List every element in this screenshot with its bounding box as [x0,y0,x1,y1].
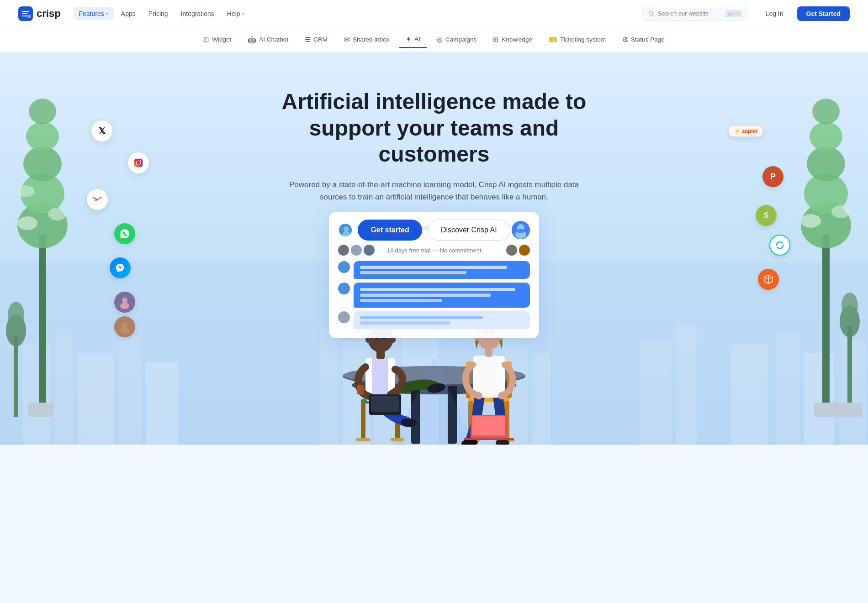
whatsapp-float-icon [114,223,135,244]
login-button[interactable]: Log In [757,6,792,21]
subnav-item-ai-chatbot[interactable]: 🤖 AI Chatbot [241,32,295,47]
gmail-icon: M [92,194,102,204]
svg-rect-68 [356,438,370,441]
get-started-button[interactable]: Get Started [797,6,850,21]
subnav-item-status-page[interactable]: ⚙ Status Page [616,32,671,47]
svg-point-29 [16,185,34,197]
logo[interactable]: crisp [18,6,61,21]
svg-point-44 [842,293,858,318]
chat-bubble-2 [338,283,530,308]
shopify-float-icon: S [756,205,777,226]
hero-section: Artificial intelligence made to support … [0,52,868,445]
subnav: ⊡ Widget 🤖 AI Chatbot ☰ CRM ✉ Shared Inb… [0,27,868,52]
magento-icon [763,274,773,284]
svg-point-51 [122,298,127,303]
svg-rect-15 [640,340,672,445]
logo-text: crisp [37,8,61,20]
x-twitter-float-icon: 𝕏 [91,121,112,142]
left-trees-svg [0,52,91,417]
svg-rect-45 [814,403,839,417]
svg-rect-21 [39,235,46,417]
svg-point-37 [807,147,845,181]
instagram-icon [133,158,143,168]
hero-content: Artificial intelligence made to support … [274,52,594,254]
nav-integrations[interactable]: Integrations [175,7,220,20]
subnav-item-ai[interactable]: ✦ AI [399,31,427,48]
svg-rect-16 [676,326,697,445]
ai-chatbot-icon: 🤖 [248,36,256,44]
nav-pricing[interactable]: Pricing [143,7,174,20]
svg-point-1 [27,15,31,18]
whatsapp-icon [119,228,130,239]
chat-bubble-3 [338,311,530,329]
svg-rect-7 [119,335,142,445]
chat-bubble-1 [338,261,530,279]
shared-inbox-icon: ✉ [344,36,350,44]
hero-free-trial-note: 14 days free trial — No commitment [274,247,594,254]
chevron-down-icon: ▾ [242,11,244,16]
magento-float-icon [758,269,779,290]
navbar: crisp Features ▾ Apps Pricing Integratio… [0,0,868,27]
svg-rect-34 [822,235,830,417]
nav-apps[interactable]: Apps [116,7,141,20]
svg-point-25 [26,122,59,151]
svg-point-98 [475,392,482,399]
user-avatars-left [114,292,135,337]
subnav-item-knowledge[interactable]: ⊞ Knowledge [487,32,539,47]
subnav-item-widget[interactable]: ⊡ Widget [197,32,238,47]
svg-point-24 [23,147,62,181]
svg-rect-95 [504,443,506,445]
nav-help[interactable]: Help ▾ [222,7,250,20]
sync-icon [775,240,785,250]
campaigns-icon: ◎ [437,36,443,44]
user-avatar-1 [114,292,135,313]
subnav-item-shared-inbox[interactable]: ✉ Shared Inbox [338,32,396,47]
svg-rect-30 [14,335,18,417]
svg-rect-77 [371,396,399,412]
svg-point-54 [120,327,129,334]
svg-rect-17 [731,344,767,445]
search-icon [648,10,654,17]
search-input[interactable] [658,10,722,17]
svg-rect-47 [134,159,143,167]
svg-rect-69 [391,438,404,441]
svg-rect-66 [361,403,365,439]
svg-point-38 [810,122,842,151]
hero-discover-button[interactable]: Discover Crisp AI [428,220,510,241]
svg-point-27 [17,216,37,230]
subnav-item-ticketing[interactable]: 🎫 Ticketing system [542,32,612,47]
svg-point-26 [29,99,56,124]
svg-point-49 [140,160,141,161]
widget-icon: ⊡ [203,36,209,44]
sync-float-icon [769,235,790,256]
svg-text:M: M [95,198,97,202]
messenger-float-icon [110,257,131,278]
search-bar[interactable]: ctrl+k [642,7,748,21]
svg-point-99 [498,392,505,399]
svg-rect-33 [28,403,53,417]
logo-icon [18,6,33,21]
hero-get-started-button[interactable]: Get started [358,220,422,241]
status-page-icon: ⚙ [622,36,628,44]
svg-point-32 [8,302,24,327]
subnav-item-campaigns[interactable]: ◎ Campaigns [430,32,483,47]
svg-point-28 [48,208,66,220]
producthunt-float-icon: P [762,166,783,187]
gmail-float-icon: M [87,189,108,210]
svg-rect-46 [839,403,862,417]
svg-rect-75 [357,385,364,394]
svg-point-41 [831,205,850,218]
messenger-icon [115,263,125,273]
nav-features[interactable]: Features ▾ [74,7,114,20]
svg-rect-102 [464,438,514,440]
zapier-float-badge: ⚡ zapier [729,125,763,137]
svg-point-53 [122,322,127,328]
crm-icon: ☰ [305,36,311,44]
svg-rect-97 [477,356,500,398]
subnav-item-crm[interactable]: ☰ CRM [298,32,334,47]
ticketing-icon: 🎫 [549,36,557,44]
instagram-float-icon [128,152,149,173]
ai-icon: ✦ [406,35,412,43]
svg-point-39 [812,99,840,124]
svg-point-52 [120,303,129,309]
